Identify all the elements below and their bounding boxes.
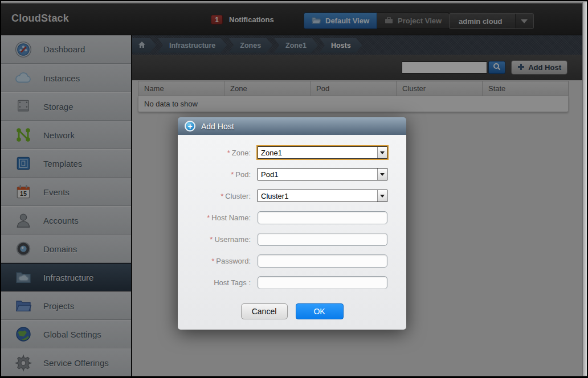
zone-select-value: Zone1 (258, 147, 377, 158)
host-name-label: * Host Name: (178, 213, 251, 222)
host-tags-input[interactable] (258, 276, 387, 289)
form-row-zone: * Zone: Zone1 (178, 142, 406, 163)
pod-label: * Pod: (178, 170, 251, 179)
required-marker: * (211, 257, 214, 265)
form-row-host-name: * Host Name: (178, 207, 406, 228)
form-row-username: * Username: (178, 228, 406, 250)
form-row-cluster: * Cluster: Cluster1 (178, 185, 406, 207)
caret-down-icon (380, 151, 385, 154)
cluster-select[interactable]: Cluster1 (258, 190, 387, 202)
pod-select[interactable]: Pod1 (258, 168, 387, 180)
required-marker: * (227, 149, 230, 157)
form-row-password: * Password: (178, 250, 406, 272)
password-input[interactable] (258, 254, 387, 268)
required-marker: * (210, 235, 213, 244)
form-row-pod: * Pod: Pod1 (178, 163, 406, 185)
username-input[interactable] (258, 233, 387, 246)
add-host-dialog: + Add Host * Zone: Zone1 (178, 117, 406, 330)
plus-circle-icon: + (185, 121, 195, 132)
app-chrome: CloudStack 1 Notifications Default View … (1, 1, 587, 376)
dialog-footer: Cancel OK (178, 303, 406, 319)
caret-down-icon (380, 173, 385, 176)
cloudstack-window: CloudStack 1 Notifications Default View … (0, 0, 588, 378)
host-tags-label: Host Tags : (178, 278, 251, 287)
ok-button[interactable]: OK (296, 303, 344, 319)
cluster-select-value: Cluster1 (258, 190, 377, 202)
username-label: * Username: (178, 235, 251, 244)
caret-down-icon (380, 195, 385, 198)
zone-select[interactable]: Zone1 (258, 146, 387, 159)
required-marker: * (220, 192, 223, 200)
cancel-button[interactable]: Cancel (241, 303, 288, 319)
cluster-label: * Cluster: (178, 192, 251, 200)
password-label: * Password: (178, 257, 251, 265)
cluster-select-arrow-button[interactable] (377, 190, 387, 202)
window-scrollbar[interactable] (582, 2, 587, 376)
form-row-host-tags: Host Tags : (178, 272, 406, 293)
zone-label: * Zone: (178, 149, 251, 157)
dialog-titlebar: + Add Host (178, 117, 406, 135)
required-marker: * (207, 213, 210, 222)
pod-select-value: Pod1 (258, 169, 377, 180)
required-marker: * (231, 170, 234, 179)
zone-select-arrow-button[interactable] (377, 147, 387, 158)
dialog-title: Add Host (201, 122, 234, 131)
dialog-body: * Zone: Zone1 * Pod: (178, 135, 406, 330)
pod-select-arrow-button[interactable] (377, 169, 387, 180)
host-name-input[interactable] (258, 211, 387, 224)
